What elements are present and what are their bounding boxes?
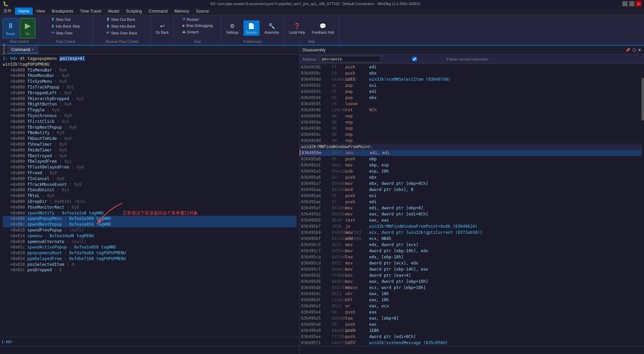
detach-button[interactable]: ⏏ Detach: [180, 29, 201, 35]
disasm-row[interactable]: 8364958b 57 push edi: [300, 64, 641, 70]
disasm-row[interactable]: 836495ad 56 push esi: [300, 193, 641, 199]
settings-icon: ⚙: [228, 22, 236, 30]
command-input[interactable]: [14, 339, 298, 344]
preferences-label: Preferences: [244, 40, 262, 44]
disasm-row[interactable]: 836495a1 8bec mov ebp, esp: [300, 162, 641, 168]
disasm-row[interactable]: 836495a3 83ec28 sub esp, 28h: [300, 168, 641, 174]
disasm-row[interactable]: 836495a6 53 push ebx: [300, 174, 641, 180]
disasm-row[interactable]: 8364959d 90 nop: [300, 138, 641, 144]
step-out-button[interactable]: ⬆ Step Out: [49, 16, 73, 22]
disasm-row[interactable]: 83649596 c20c00 ret 0Ch: [300, 107, 641, 113]
step-over-button[interactable]: ↷ Step Over: [49, 30, 75, 36]
disasm-row[interactable]: 836495e9 68eb010000 push 1EBh: [300, 327, 641, 334]
disasm-row[interactable]: 836495d2 ff4004 inc dword ptr [eax+4]: [300, 272, 641, 278]
maximize-button[interactable]: □: [629, 1, 634, 6]
disasm-row[interactable]: 836495ae 57 push edi: [300, 199, 641, 205]
disasm-row[interactable]: 83649594 5b pop ebx: [300, 95, 641, 101]
disasm-row[interactable]: 836495a0 55 push ebp: [300, 156, 641, 162]
follow-checkbox[interactable]: [384, 57, 445, 61]
disasm-row[interactable]: 836495b2 8b470c mov eax, dword ptr [edi+…: [300, 211, 641, 217]
disasm-row[interactable]: 836495af 8b7d08 mov edi, dword ptr [ebp+…: [300, 205, 641, 211]
disasm-row[interactable]: 836495b7 742b je win32k!MNFindWindowFrom…: [300, 223, 641, 229]
command-output[interactable]: 1: kd> dt tagpopupmenu poi(esp+4)win32k!…: [0, 54, 299, 337]
assembly-button[interactable]: 🔧 Assembly: [262, 20, 281, 36]
disasm-row[interactable]: 836495ee ff770c push dword ptr [edi+0Ch]: [300, 334, 641, 340]
go-button[interactable]: ▶ Go: [20, 18, 35, 38]
step-into-button[interactable]: ⬇ Into Back Step: [49, 23, 82, 29]
disasm-row[interactable]: 836495f1 e8a7fff7ff call win32k!xxxSendM…: [300, 340, 641, 346]
disasm-row[interactable]: 8364959a 90 nop: [300, 119, 641, 125]
step-over-back-button[interactable]: ↶ Step Over Back: [104, 30, 139, 36]
disasm-scroll-thumb[interactable]: [642, 78, 644, 120]
break-go-group: ⏸ Break ▶ Go Flow Control: [0, 15, 38, 45]
menu-command[interactable]: Command: [145, 7, 171, 15]
menu-home[interactable]: Home: [15, 7, 33, 15]
disasm-scrollbar[interactable]: [641, 64, 644, 346]
settings-button[interactable]: ⚙ Settings: [224, 20, 240, 36]
source-icon: 📄: [247, 22, 255, 30]
disasm-row[interactable]: 836495b9 8b0d58eb7283 mov ecx, dword ptr…: [300, 229, 641, 236]
local-help-button[interactable]: ❓ Local Help: [287, 20, 307, 36]
disasm-row[interactable]: 836495d8 0fb74d10 movzx ecx, word ptr [e…: [300, 285, 641, 291]
disasm-row[interactable]: 836495a7 8b5d0c mov ebx, dword ptr [ebp+…: [300, 180, 641, 187]
restart-button[interactable]: ↺ Restart: [180, 16, 201, 22]
disasm-row[interactable]: 836495e2 0bc1 or eax, ecx: [300, 303, 641, 309]
disasm-row[interactable]: 8364959e 8bff mov edi, edi: [300, 150, 641, 156]
address-input[interactable]: [320, 56, 381, 62]
minimize-button[interactable]: —: [622, 1, 628, 6]
disasm-row[interactable]: 836495ca 8d55e8 lea edx, [ebp-18h]: [300, 254, 641, 260]
menu-breakpoints[interactable]: Breakpoints: [48, 7, 77, 15]
disasm-row[interactable]: 836495cd 8911 mov dword ptr [ecx], edx: [300, 260, 641, 266]
disasm-row[interactable]: 83649592 5e pop esi: [300, 82, 641, 88]
command-tab-close[interactable]: ✕: [31, 48, 34, 51]
disasm-row[interactable]: 836495c5 8b11 mov edx, dword ptr [ecx]: [300, 242, 641, 248]
disasm-pop-icon[interactable]: ⬡: [632, 48, 636, 52]
disasm-pin-icon[interactable]: 📌: [625, 48, 630, 52]
close-button[interactable]: ✕: [636, 1, 641, 6]
step-into-back-button[interactable]: ⬇ Step Into Back: [104, 23, 138, 29]
menu-model[interactable]: Model: [105, 7, 123, 15]
help-label: Help: [308, 40, 315, 44]
go-back-button[interactable]: ↩ Go Back: [154, 20, 171, 36]
disasm-row[interactable]: 836495e4 50 push eax: [300, 309, 641, 315]
disasm-row[interactable]: 836495cf 8b4ec4 mov dword ptr [ebp-14h],…: [300, 266, 641, 272]
disasm-row[interactable]: 836495c7 8955e8 mov dword ptr [ebp-18h],…: [300, 248, 641, 254]
break-icon: ⏸: [5, 20, 16, 31]
disasm-row[interactable]: 83649595 c9 leave: [300, 101, 641, 107]
break-button[interactable]: ⏸ Break: [3, 18, 18, 38]
menu-file[interactable]: 文件: [0, 7, 15, 15]
disasm-row[interactable]: 836495e8 50 push eax: [300, 321, 641, 327]
disasm-row[interactable]: 8364959b 90 nop: [300, 125, 641, 131]
disasm-content: 8364958b 57 push edi 8364958c 53 push eb…: [300, 64, 644, 346]
window-controls: — □ ✕: [622, 1, 641, 6]
disasm-row[interactable]: 836495aa 832300 and dword ptr [ebx], 0: [300, 187, 641, 193]
disasm-row[interactable]: 8364958c 53 push ebx: [300, 70, 641, 76]
step-out-back-button[interactable]: ⬆ Step Out Back: [104, 16, 137, 22]
stop-debugging-button[interactable]: ■ Stop Debugging: [180, 23, 215, 28]
menu-memory[interactable]: Memory: [171, 7, 192, 15]
disasm-row[interactable]: 836495b5 85c0 test eax, eax: [300, 217, 641, 223]
source-button[interactable]: 📄 Source: [244, 20, 260, 36]
menu-source[interactable]: Source: [193, 7, 213, 15]
local-help-icon: ❓: [293, 22, 301, 30]
menu-scripting[interactable]: Scripting: [123, 7, 145, 15]
disasm-row[interactable]: 836495e5 8d4508 lea eax, [ebp+8]: [300, 315, 641, 321]
disasm-row[interactable]: 83649593 5f pop edi: [300, 88, 641, 95]
menu-timetravel[interactable]: Time Travel: [77, 7, 105, 15]
disasm-row[interactable]: 836495df c1e010 shl eax, 10h: [300, 297, 641, 303]
disasm-row[interactable]: 83649599 90 nop: [300, 113, 641, 119]
disasm-row[interactable]: 836495dc 8b11 shr eax, 10h: [300, 291, 641, 297]
disasm-row[interactable]: 8364959c 90 nop: [300, 131, 641, 138]
menu-view[interactable]: View: [33, 7, 48, 15]
reverse-step-content: ⬆ Step Out Back ⬇ Step Into Back ↶ Step …: [104, 16, 139, 40]
end-label: End: [194, 40, 201, 44]
disasm-row[interactable]: 8364958d e83e020000 call win32k!xxxMNSel…: [300, 76, 641, 82]
disasm-output[interactable]: 8364958b 57 push edi 8364958c 53 push eb…: [300, 64, 641, 346]
feedback-button[interactable]: 💬 Feedback Hub: [310, 20, 336, 36]
command-tab[interactable]: Command ✕: [7, 46, 38, 54]
flow-control-label: Flow Control: [10, 40, 29, 44]
disasm-row[interactable]: 836495bf 81c1b4000000 add ecx, 0B4h: [300, 236, 641, 242]
disasm-row[interactable]: 836495d5 8b4510 mov eax, dword ptr [ebp+…: [300, 278, 641, 285]
command-prompt: 1: kd>: [1, 339, 13, 344]
disasm-close-icon[interactable]: ✕: [638, 48, 641, 52]
